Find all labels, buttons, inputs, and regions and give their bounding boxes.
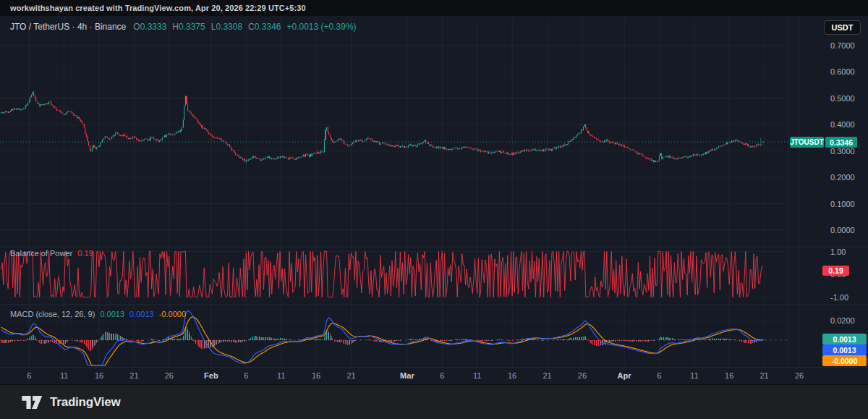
time-tick-label: 21 [760, 372, 768, 380]
tradingview-logo[interactable]: TradingView [22, 395, 121, 410]
open-label: O [133, 22, 140, 32]
chart-canvas[interactable] [0, 16, 868, 384]
last-price-tag: 0.3346 [825, 137, 857, 148]
open-value: 0.3333 [140, 22, 167, 32]
time-tick-label: 6 [440, 372, 444, 380]
price-tick-label: 0.2000 [830, 174, 855, 182]
close-label: C [248, 22, 255, 32]
time-tick-label: 21 [346, 372, 355, 380]
time-tick-label: 26 [578, 372, 587, 380]
macd-title[interactable]: MACD (close, 12, 26, 9) [10, 309, 95, 319]
macd-hist-tag: 0.0013 [822, 334, 867, 344]
time-tick-label: 11 [60, 372, 68, 380]
time-tick-label: 26 [795, 372, 804, 380]
currency-toggle-button[interactable]: USDT [824, 20, 861, 35]
time-tick-label: 26 [165, 372, 174, 380]
tradingview-logo-icon [22, 396, 43, 409]
chart-area: JTO / TetherUS · 4h · Binance O0.3333 H0… [0, 16, 868, 384]
macd-header: MACD (close, 12, 26, 9) 0.0013 0.0013 -0… [10, 309, 186, 319]
ohlc-close: C0.3346 [248, 21, 281, 33]
symbol-title[interactable]: JTO / TetherUS · 4h · Binance [10, 21, 126, 33]
high-value: 0.3375 [179, 22, 205, 32]
time-tick-label: 16 [312, 372, 320, 380]
price-tick-label: 0.5000 [830, 94, 855, 102]
change-value: +0.0013 (+0.39%) [286, 21, 356, 33]
macd-line-value: 0.0013 [129, 309, 154, 319]
bop-value-tag: 0.19 [822, 266, 849, 276]
low-value: 0.3308 [216, 22, 242, 32]
time-tick-label: Feb [204, 372, 218, 380]
time-axis[interactable]: 611162126Feb6111621Mar611162126Apr611162… [0, 367, 868, 384]
symbol-header: JTO / TetherUS · 4h · Binance O0.3333 H0… [10, 21, 357, 33]
time-tick-label: 6 [27, 372, 31, 380]
brand-footer: TradingView [0, 384, 868, 419]
bop-value: 0.19 [77, 248, 93, 258]
macd-hist-value: 0.0013 [100, 309, 124, 319]
time-tick-label: 21 [129, 372, 138, 380]
bop-tick-label: 1.00 [830, 247, 846, 255]
bop-title[interactable]: Balance of Power [10, 248, 72, 258]
time-tick-label: 6 [244, 372, 248, 380]
attribution-bar: workwithshayan created with TradingView.… [0, 0, 868, 16]
time-tick-label: 21 [542, 372, 551, 380]
time-tick-label: Mar [400, 372, 414, 380]
attribution-text: workwithshayan created with TradingView.… [10, 4, 306, 12]
time-tick-label: 16 [725, 372, 733, 380]
price-tick-label: 0.6000 [830, 68, 855, 76]
ohlc-high: H0.3375 [172, 21, 205, 33]
macd-line-tag: 0.0013 [822, 344, 867, 355]
ohlc-open: O0.3333 [133, 21, 166, 33]
time-tick-label: Apr [618, 372, 631, 380]
high-label: H [172, 22, 179, 32]
macd-signal-value: -0.0000 [159, 309, 186, 319]
bop-tick-label: -1.00 [830, 293, 848, 301]
time-tick-label: 16 [508, 372, 516, 380]
price-tick-label: 0.1000 [830, 200, 855, 208]
time-tick-label: 6 [657, 372, 661, 380]
bop-header: Balance of Power 0.19 [10, 248, 93, 258]
symbol-tag: JTOUSDT [790, 137, 824, 148]
price-tick-label: 0.4000 [830, 121, 855, 129]
close-value: 0.3346 [255, 22, 281, 32]
time-tick-label: 11 [690, 372, 698, 380]
time-tick-label: 11 [277, 372, 285, 380]
macd-tick-label: 0.0200 [830, 317, 855, 325]
time-tick-label: 11 [473, 372, 481, 380]
macd-signal-tag: -0.0000 [822, 355, 867, 366]
price-tick-label: 0.7000 [830, 41, 855, 49]
ohlc-low: L0.3308 [211, 21, 242, 33]
price-tick-label: 0.0000 [830, 227, 855, 234]
price-axis[interactable]: 0.70000.60000.50000.40000.30000.20000.10… [788, 16, 868, 367]
time-tick-label: 16 [95, 372, 103, 380]
tradingview-wordmark: TradingView [50, 395, 121, 410]
price-tick-label: 0.3000 [830, 147, 855, 155]
